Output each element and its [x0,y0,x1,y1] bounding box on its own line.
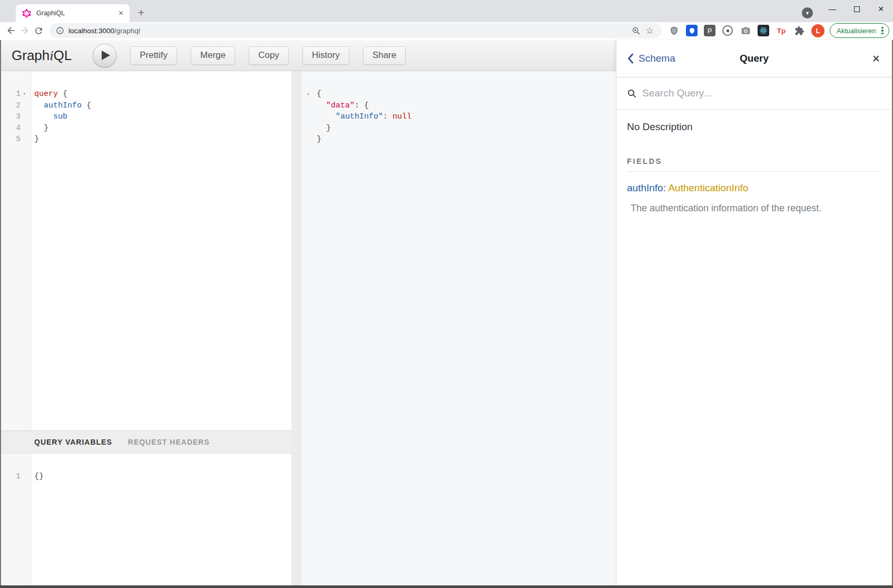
code-line: } [317,134,616,145]
play-icon [102,51,110,60]
bookmark-star-icon[interactable]: ☆ [643,24,656,37]
extension-icons: P Tp [668,25,805,36]
code-line: } [34,123,291,134]
merge-button[interactable]: Merge [191,46,235,65]
chevron-left-icon [627,53,634,64]
browser-tab[interactable]: GraphiQL ✕ [16,4,130,22]
page-info-icon[interactable] [56,26,64,35]
variables-title-bar: QUERY VARIABLES REQUEST HEADERS [1,430,291,454]
query-variables-editor[interactable]: 1 {} [1,454,291,585]
query-editor[interactable]: 1▾ 2 3 4 5 query { authInfo { sub } } [1,71,291,430]
code-line: } [34,134,291,145]
code-line: authInfo { [34,100,291,112]
ublock-extension-icon[interactable] [668,25,680,36]
doc-close-icon[interactable]: ✕ [872,53,880,65]
pane-resize-handle[interactable] [291,71,302,585]
code-line: "authInfo": null [317,111,616,123]
zoom-icon[interactable] [629,24,643,37]
new-tab-button[interactable]: + [134,5,149,20]
doc-back-label: Schema [639,53,675,64]
code-line: query { [34,89,291,100]
type-name-link[interactable]: AuthenticationInfo [668,182,748,193]
result-code: { "data": { "authInfo": null } } [302,71,616,145]
browser-navbar: localhost:3000/graphql ☆ P [0,22,893,40]
copy-button[interactable]: Copy [249,46,289,65]
react-devtools-extension-icon[interactable] [758,25,769,36]
code-line: sub [34,111,291,123]
share-button[interactable]: Share [363,46,406,65]
profile-avatar[interactable]: L [811,24,825,37]
url-text: localhost:3000/graphql [68,27,629,35]
browser-menu-kebab-icon[interactable] [880,26,884,36]
field-description: The authentication information of the re… [627,203,881,214]
camera-extension-icon[interactable] [740,25,751,36]
code-line: "data": { [317,100,616,112]
graphiql-toolbar: GraphiQL Prettify Merge Copy History Sha… [1,40,616,71]
tab-query-variables[interactable]: QUERY VARIABLES [34,438,112,446]
window-close-button[interactable]: ✕ [869,0,893,18]
window-minimize-button[interactable]: — [820,0,845,18]
doc-explorer-body: No Description FIELDS authInfo: Authenti… [616,110,892,226]
tab-close-icon[interactable]: ✕ [116,9,125,18]
prettify-button[interactable]: Prettify [130,46,177,65]
variables-code[interactable]: {} [31,454,291,585]
doc-explorer-header: Schema Query ✕ [616,40,892,77]
tab-request-headers[interactable]: REQUEST HEADERS [128,438,210,446]
fields-category-title: FIELDS [627,157,881,172]
code-line: } [317,123,616,134]
doc-search-input[interactable] [642,87,881,99]
window-maximize-button[interactable] [845,0,869,18]
window-controls: — ✕ [820,0,893,18]
variables-gutter: 1 [1,454,31,585]
query-editor-gutter: 1▾ 2 3 4 5 [1,71,31,430]
search-icon [627,89,637,99]
bitwarden-extension-icon[interactable] [686,25,698,36]
doc-explorer-panel: Schema Query ✕ No Description FIELDS aut… [616,40,892,585]
doc-search-bar [616,77,892,110]
type-description: No Description [627,121,881,133]
tab-strip: GraphiQL ✕ + ▼ — ✕ [0,0,893,22]
fold-arrow-icon[interactable]: ▾ [307,91,310,97]
history-button[interactable]: History [302,46,349,65]
doc-back-button[interactable]: Schema [627,53,675,64]
url-bar[interactable]: localhost:3000/graphql ☆ [50,23,662,38]
graphiql-app: GraphiQL Prettify Merge Copy History Sha… [0,40,893,585]
forward-button[interactable] [18,24,32,37]
window-bottom-edge [0,585,893,588]
field-row: authInfo: AuthenticationInfo [627,182,881,194]
target-extension-icon[interactable] [722,25,733,36]
fold-arrow-icon[interactable]: ▾ [21,89,28,100]
browser-window: GraphiQL ✕ + ▼ — ✕ localhost:3000/graphq… [0,0,893,588]
execute-query-button[interactable] [93,44,116,67]
tp-extension-icon[interactable]: Tp [776,25,787,36]
graphiql-logo: GraphiQL [12,47,72,64]
tab-title: GraphiQL [36,9,116,17]
field-name-link[interactable]: authInfo [627,182,663,193]
graphql-favicon-icon [22,9,31,18]
tab-search-button[interactable]: ▼ [802,7,813,18]
query-editor-pane: 1▾ 2 3 4 5 query { authInfo { sub } } [1,71,291,585]
code-line: { [317,89,616,100]
browser-update-button[interactable]: Aktualisieren [830,23,889,38]
result-pane[interactable]: ▾ { "data": { "authInfo": null } } [302,71,616,585]
query-code[interactable]: query { authInfo { sub } } [31,71,291,430]
reload-button[interactable] [32,24,45,37]
back-button[interactable] [4,24,18,37]
p-extension-icon[interactable]: P [704,25,715,36]
update-label: Aktualisieren [837,27,876,35]
code-line: {} [34,471,291,483]
extensions-puzzle-icon[interactable] [793,25,805,36]
